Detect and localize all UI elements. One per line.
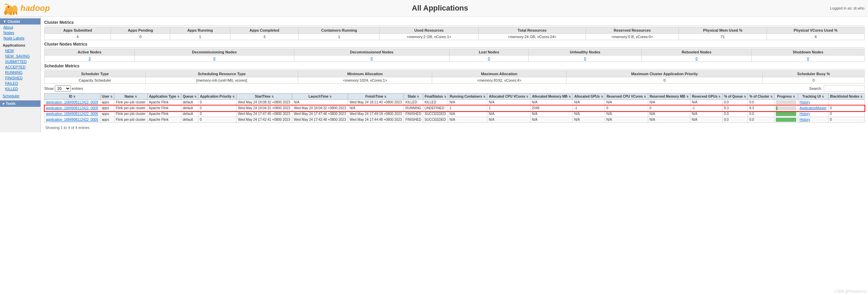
tracking-link[interactable]: ApplicationMaster xyxy=(800,106,826,110)
priority-sort-icon: ⇅ xyxy=(232,95,235,98)
cell-name: Flink per-job cluster xyxy=(114,111,147,117)
cell-state: KILLED xyxy=(404,100,423,105)
tools-header[interactable]: ▸ Tools xyxy=(0,100,40,107)
sm-header-1: Scheduling Resource Type xyxy=(146,71,298,77)
cell-resmem: N/A xyxy=(648,100,690,105)
search-box: Search: xyxy=(809,85,865,92)
app-id-link[interactable]: application_1684908112422_0008 xyxy=(46,106,98,110)
show-select[interactable]: 2050100 xyxy=(55,85,71,92)
logo-area: hadoop xyxy=(3,1,50,15)
th-resmem[interactable]: Reserved Memory MB ⇅ xyxy=(648,94,690,100)
nm-val-0: 3 xyxy=(45,55,135,62)
th-user[interactable]: User ⇅ xyxy=(100,94,114,100)
cell-apptype: Apache Flink xyxy=(147,111,181,117)
cell-name: Flink per-job cluster xyxy=(114,105,147,111)
main-layout: ▼ Cluster About Nodes Node Labels Applic… xyxy=(0,17,868,132)
nm-link-3[interactable]: 0 xyxy=(488,56,490,61)
login-info: Logged in as: dr.who xyxy=(830,6,865,10)
th-tracking[interactable]: Tracking UI ⇅ xyxy=(798,94,828,100)
tracking-link[interactable]: History xyxy=(800,112,810,116)
th-finalstatus[interactable]: FinalStatus ⇅ xyxy=(423,94,448,100)
nm-header-3: Lost Nodes xyxy=(449,49,529,55)
cell-state: FINISHED xyxy=(404,117,423,123)
sidebar-item-about[interactable]: About xyxy=(0,24,40,30)
th-id[interactable]: ID ⇅ xyxy=(45,94,100,100)
cell-alloccpu: 1 xyxy=(487,105,530,111)
tracking-link[interactable]: History xyxy=(800,118,810,121)
sidebar-item-scheduler[interactable]: Scheduler xyxy=(0,93,40,99)
th-blacklisted[interactable]: Blacklisted Nodes ⇅ xyxy=(828,94,864,100)
th-priority[interactable]: Application Priority ⇅ xyxy=(198,94,236,100)
nm-link-5[interactable]: 0 xyxy=(695,56,698,61)
th-allocmem[interactable]: Allocated Memory MB ⇅ xyxy=(530,94,573,100)
th-pctcluster[interactable]: % of Cluster ⇅ xyxy=(748,94,774,100)
cell-progress xyxy=(774,111,798,117)
rc-sort-icon: ⇅ xyxy=(483,95,486,98)
th-queue[interactable]: Queue ⇅ xyxy=(181,94,198,100)
sidebar-item-running[interactable]: RUNNING xyxy=(0,70,40,75)
cell-alloccpu: N/A xyxy=(487,100,530,105)
cell-priority: 0 xyxy=(198,111,236,117)
sidebar: ▼ Cluster About Nodes Node Labels Applic… xyxy=(0,17,41,132)
cell-resgpus: -1 xyxy=(690,105,723,111)
th-starttime[interactable]: StartTime ⇅ xyxy=(236,94,292,100)
th-alloccpu[interactable]: Allocated CPU VCores ⇅ xyxy=(487,94,530,100)
cell-runningcontainers: 1 xyxy=(448,105,487,111)
nm-link-0[interactable]: 3 xyxy=(88,56,91,61)
app-id-link[interactable]: application_1684908112422_0006 xyxy=(46,112,98,116)
nm-val-6: 0 xyxy=(752,55,865,62)
th-allocgpu[interactable]: Allocated GPUs ⇅ xyxy=(573,94,605,100)
sidebar-item-submitted[interactable]: SUBMITTED xyxy=(0,59,40,64)
cell-finalstatus: UNDEFINED xyxy=(423,105,448,111)
nm-link-6[interactable]: 0 xyxy=(807,56,809,61)
th-name[interactable]: Name ⇅ xyxy=(114,94,147,100)
search-input[interactable] xyxy=(824,85,865,92)
th-finishtime[interactable]: FinishTime ⇅ xyxy=(348,94,404,100)
cell-alloccpu: N/A xyxy=(487,111,530,117)
sidebar-item-finished[interactable]: FINISHED xyxy=(0,75,40,81)
progress-bar xyxy=(776,106,796,110)
sm-val-1: [memory-mb (unit=Mi), vcores] xyxy=(146,77,298,84)
cell-user: apps xyxy=(100,111,114,117)
tracking-link[interactable]: History xyxy=(800,100,810,104)
blacklisted-sort-icon: ⇅ xyxy=(860,95,863,98)
sm-header-4: Maximum Cluster Application Priority xyxy=(566,71,763,77)
th-resgpu[interactable]: Reserved GPUs ⇅ xyxy=(690,94,723,100)
cell-finalstatus: SUCCEEDED xyxy=(423,117,448,123)
th-rescpu[interactable]: Reserved CPU VCores ⇅ xyxy=(605,94,648,100)
cm-val-9: 4 xyxy=(767,34,865,40)
th-apptype[interactable]: Application Type ⇅ xyxy=(147,94,181,100)
alloccpu-sort-icon: ⇅ xyxy=(526,95,528,98)
app-id-link[interactable]: application_1684908112422_0009 xyxy=(46,100,98,104)
sidebar-item-accepted[interactable]: ACCEPTED xyxy=(0,64,40,70)
th-progress[interactable]: Progress ⇅ xyxy=(774,94,798,100)
sidebar-item-nodes[interactable]: Nodes xyxy=(0,30,40,35)
cell-allocmem: N/A xyxy=(530,111,573,117)
nm-link-4[interactable]: 0 xyxy=(584,56,586,61)
sidebar-item-failed[interactable]: FAILED xyxy=(0,81,40,86)
cell-allocmem: N/A xyxy=(530,100,573,105)
th-pctqueue[interactable]: % of Queue ⇅ xyxy=(722,94,748,100)
sidebar-item-nodelabels[interactable]: Node Labels xyxy=(0,35,40,41)
th-state[interactable]: State ⇅ xyxy=(404,94,423,100)
cluster-header[interactable]: ▼ Cluster xyxy=(0,18,40,24)
cluster-metrics-table: Apps Submitted Apps Pending Apps Running… xyxy=(44,27,865,40)
nm-link-2[interactable]: 0 xyxy=(371,56,373,61)
cell-blacklisted: 0 xyxy=(828,111,864,117)
nm-val-1: 0 xyxy=(135,55,294,62)
sidebar-item-new[interactable]: NEW xyxy=(0,48,40,53)
cell-pctqueue: 0.0 xyxy=(722,117,748,123)
sidebar-item-new-saving[interactable]: NEW_SAVING xyxy=(0,53,40,59)
nm-val-4: 0 xyxy=(529,55,642,62)
app-id-link[interactable]: application_1684908112422_0005 xyxy=(46,118,98,121)
cell-id: application_1684908112422_0006 xyxy=(45,111,100,117)
nm-link-1[interactable]: 0 xyxy=(213,56,215,61)
progress-bar xyxy=(776,118,796,122)
cell-priority: 0 xyxy=(198,117,236,123)
cell-tracking: History xyxy=(798,117,828,123)
th-launchtime[interactable]: LaunchTime ⇅ xyxy=(292,94,348,100)
sidebar-item-killed[interactable]: KILLED xyxy=(0,86,40,92)
th-runningcontainers[interactable]: Running Containers ⇅ xyxy=(448,94,487,100)
finishtime-sort-icon: ⇅ xyxy=(384,95,387,98)
progress-bar xyxy=(776,112,796,116)
